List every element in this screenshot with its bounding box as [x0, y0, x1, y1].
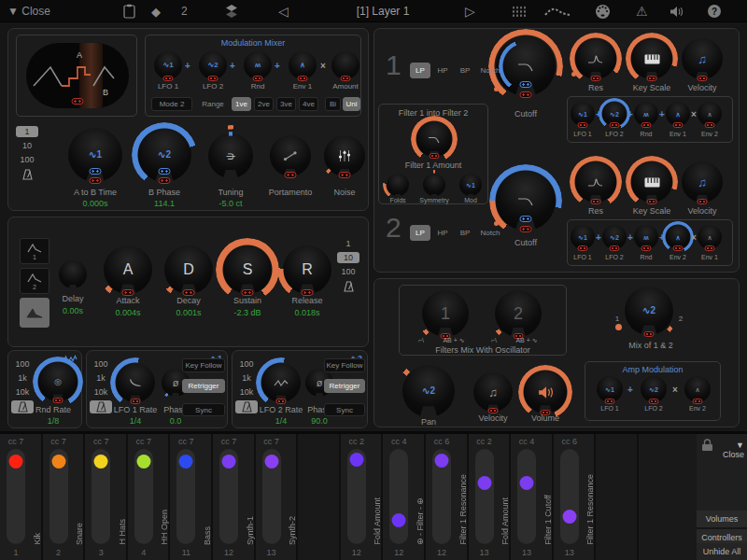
mm-lfo2-knob[interactable]: ∿2 — [199, 51, 227, 79]
fader-handle[interactable] — [562, 510, 576, 524]
scale-10k[interactable]: 10k — [235, 386, 258, 398]
mixer-close-button[interactable]: ▼ Close — [712, 441, 744, 459]
fader-handle[interactable] — [349, 453, 363, 467]
fader-handle[interactable] — [264, 455, 278, 469]
scale-1k[interactable]: 1k — [90, 372, 112, 384]
scale-10k[interactable]: 10k — [90, 386, 112, 398]
grid-view-icon[interactable] — [512, 0, 527, 22]
f1-mod-lfo2-knob[interactable]: ∿2 — [602, 102, 627, 126]
time-scale-selector[interactable]: 1 10 100 — [16, 126, 38, 181]
filter2-cutoff-knob[interactable] — [496, 171, 556, 231]
portamento-knob[interactable] — [270, 135, 311, 176]
key-follow-button[interactable]: Key Follow — [182, 358, 225, 372]
retrigger-button[interactable]: Retrigger — [182, 379, 225, 393]
amp-mod-lfo2-knob[interactable]: ∿2 — [641, 376, 667, 402]
mix-of-1-2-knob[interactable]: ∿2 — [625, 287, 673, 335]
filter1-amount-knob[interactable] — [416, 121, 452, 157]
tuning-knob[interactable]: ψ — [208, 133, 253, 178]
rnd-rate-knob[interactable]: ◎ — [38, 362, 78, 401]
octave-1ve-button[interactable]: 1ve — [232, 97, 251, 111]
filter1-velocity-knob[interactable]: ♫ — [682, 38, 723, 79]
fader-handle[interactable] — [392, 513, 406, 527]
fader-track[interactable] — [560, 449, 579, 544]
filter1-res-knob[interactable] — [575, 38, 616, 79]
mm-env1-knob[interactable]: ∧ — [289, 51, 317, 79]
out-velocity-knob[interactable]: ♫ — [473, 372, 513, 412]
env2-tab[interactable]: 2 — [20, 268, 49, 294]
bipolar-button[interactable]: Bi — [325, 97, 341, 111]
fader-track[interactable] — [389, 449, 408, 544]
f1-mod-env2-knob[interactable]: ∧ — [698, 102, 722, 126]
noise-knob[interactable] — [324, 135, 365, 176]
scale-100[interactable]: 100 — [11, 358, 34, 370]
prev-layer-button[interactable]: ◁ — [278, 0, 289, 22]
warning-icon[interactable]: ⚠ — [636, 0, 648, 22]
filter1-lp-button[interactable]: LP — [410, 63, 430, 78]
retrigger-button[interactable]: Retrigger — [324, 379, 365, 393]
metronome-icon[interactable] — [16, 168, 38, 181]
octave-2ve-button[interactable]: 2ve — [254, 97, 274, 111]
fader-handle[interactable] — [94, 455, 108, 469]
lfo2-rate-knob[interactable] — [261, 363, 301, 402]
f1-mod-env1-knob[interactable]: ∧ — [666, 102, 690, 126]
scale-100[interactable]: 100 — [90, 358, 112, 370]
scale-1k[interactable]: 1k — [235, 372, 258, 384]
filter1-mix-mode[interactable]: AB + ∿ — [435, 337, 472, 344]
metronome-icon[interactable] — [337, 280, 359, 293]
f2-mod-env1-knob[interactable]: ∧ — [698, 225, 722, 249]
amp-mod-env2-knob[interactable]: ∧ — [684, 376, 711, 402]
amp-mod-lfo1-knob[interactable]: ∿1 — [597, 376, 623, 402]
volumes-button[interactable]: Volumes — [697, 511, 747, 529]
curve-editor-icon[interactable] — [544, 0, 571, 22]
layers-stack-icon[interactable] — [224, 0, 239, 22]
filter1-bp-button[interactable]: BP — [455, 63, 475, 78]
layer-diamond-icon[interactable]: ◆ — [151, 0, 161, 22]
fader-track[interactable] — [517, 449, 536, 544]
filter1-hp-button[interactable]: HP — [432, 63, 453, 78]
sustain-knob[interactable]: S — [223, 245, 272, 294]
fader-handle[interactable] — [520, 476, 534, 490]
fader-track[interactable] — [347, 449, 366, 544]
f2-mod-lfo2-knob[interactable]: ∿2 — [602, 225, 627, 249]
fader-track[interactable] — [92, 449, 110, 544]
mm-amount-knob[interactable] — [331, 51, 359, 79]
lfo1-rate-knob[interactable] — [116, 363, 155, 402]
folds-knob[interactable] — [387, 174, 409, 196]
volume-knob[interactable] — [524, 371, 567, 413]
filter2-res-knob[interactable] — [575, 161, 616, 203]
f1-mod-lfo1-knob[interactable]: ∿1 — [571, 102, 595, 126]
f2-mod-rnd-knob[interactable]: ʍ — [634, 225, 658, 249]
filter2-mix-knob[interactable]: 2 — [495, 290, 542, 337]
decay-knob[interactable]: D — [164, 245, 213, 294]
scale-1[interactable]: 1 — [16, 126, 38, 137]
scale-10[interactable]: 10 — [337, 252, 359, 263]
filter2-lp-button[interactable]: LP — [410, 225, 430, 241]
unipolar-button[interactable]: Uni — [343, 97, 360, 111]
b-phase-knob[interactable]: ∿2 — [137, 128, 191, 182]
unhide-all-button[interactable]: Unhide All — [697, 543, 747, 560]
close-button[interactable]: ▼ Close — [7, 0, 50, 22]
help-icon[interactable]: ? — [708, 0, 721, 22]
mm-rnd-knob[interactable]: ʍ — [244, 51, 272, 79]
env-time-scale-selector[interactable]: 1 10 100 — [337, 238, 359, 293]
filter2-velocity-knob[interactable]: ♫ — [682, 161, 723, 203]
scale-10[interactable]: 10 — [16, 140, 38, 151]
fold-mod-knob[interactable]: ∿1 — [459, 174, 482, 196]
fader-track[interactable] — [7, 449, 25, 544]
sync-button[interactable]: Sync — [324, 403, 365, 416]
octave-4ve-button[interactable]: 4ve — [299, 97, 318, 111]
delay-knob[interactable] — [59, 260, 87, 288]
filter1-mix-knob[interactable]: 1 — [422, 290, 469, 337]
fader-track[interactable] — [219, 449, 238, 544]
release-knob[interactable]: R — [283, 245, 331, 294]
filter1-notch-button[interactable]: Notch — [475, 63, 505, 78]
f1-mod-rnd-knob[interactable]: ʍ — [634, 102, 658, 126]
midi-icon[interactable] — [595, 0, 611, 22]
fader-track[interactable] — [432, 449, 451, 544]
mode-button[interactable]: Mode 2 — [151, 97, 192, 111]
f2-mod-env2-knob[interactable]: ∧ — [666, 225, 690, 249]
filter2-keyscale-knob[interactable] — [631, 161, 672, 203]
pan-knob[interactable]: ∿2 — [402, 365, 455, 417]
mm-lfo1-knob[interactable]: ∿1 — [154, 51, 182, 79]
fader-track[interactable] — [49, 449, 68, 544]
